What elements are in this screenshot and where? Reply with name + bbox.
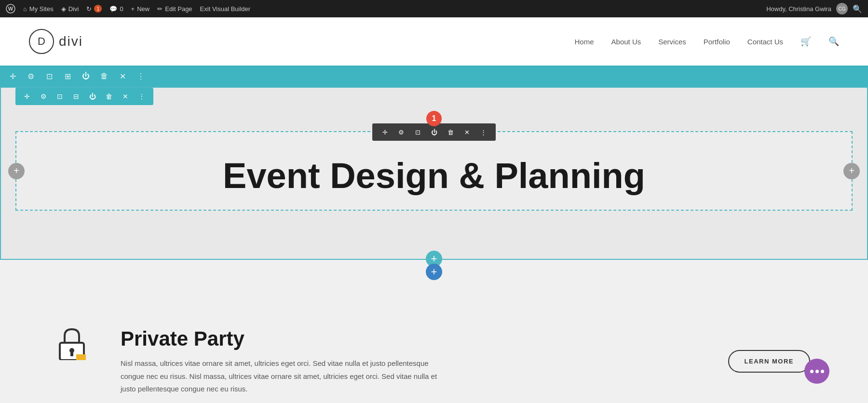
svg-rect-5 xyxy=(76,354,86,360)
row-toolbar: ✛ ⚙ ⊡ ⊟ ⏻ 🗑 ✕ ⋮ xyxy=(15,88,153,105)
logo-text: divi xyxy=(59,34,83,49)
module-close-btn[interactable]: ✕ xyxy=(460,125,474,139)
comments-link[interactable]: 💬 0 xyxy=(109,5,123,13)
private-party-icon xyxy=(58,327,101,371)
my-sites-icon: ⌂ xyxy=(23,5,27,13)
chat-dot-1 xyxy=(810,370,814,373)
comments-icon: 💬 xyxy=(109,5,117,13)
logo-circle: D xyxy=(29,29,54,54)
vb-power-btn[interactable]: ⏻ xyxy=(79,69,93,83)
main-content: ✛ ⚙ ⊡ ⊟ ⏻ 🗑 ✕ ⋮ 1 ✛ ⚙ ⊡ ⏻ 🗑 ✕ ⋮ xyxy=(0,87,868,403)
row-more-btn[interactable]: ⋮ xyxy=(135,90,149,103)
nav-services[interactable]: Services xyxy=(658,38,686,46)
section-number: 1 xyxy=(432,114,436,123)
service-item-private-party: Private Party Nisl massa, ultrices vitae… xyxy=(58,313,810,403)
new-content-button[interactable]: + New xyxy=(131,5,150,13)
chat-dot-2 xyxy=(815,370,819,373)
section-number-badge: 1 xyxy=(426,111,442,126)
logo-letter: D xyxy=(38,35,45,48)
svg-rect-4 xyxy=(70,351,73,356)
chat-dot-3 xyxy=(821,370,824,373)
updates-icon: ↻ xyxy=(86,5,92,13)
search-icon[interactable]: 🔍 xyxy=(853,4,862,13)
comments-count: 0 xyxy=(120,5,123,13)
vb-close-btn[interactable]: ✕ xyxy=(116,69,129,83)
nav-contact[interactable]: Contact Us xyxy=(747,38,783,46)
svg-text:W: W xyxy=(8,6,14,12)
vb-section-bar: ✛ ⚙ ⊡ ⊞ ⏻ 🗑 ✕ ⋮ xyxy=(0,66,868,87)
wp-logo[interactable]: W xyxy=(6,4,15,13)
exit-vb-button[interactable]: Exit Visual Builder xyxy=(200,5,251,13)
cart-icon[interactable]: 🛒 xyxy=(800,36,811,47)
vb-columns-btn[interactable]: ⊞ xyxy=(61,69,74,83)
row-power-btn[interactable]: ⏻ xyxy=(86,90,99,103)
edit-page-label: Edit Page xyxy=(165,5,192,13)
site-nav: Home About Us Services Portfolio Contact… xyxy=(575,36,839,47)
site-name: Divi xyxy=(68,5,79,13)
admin-bar-right: Howdy, Christina Gwira CG 🔍 xyxy=(766,3,862,14)
services-section: Private Party Nisl massa, ultrices vitae… xyxy=(0,284,868,403)
add-col-right-btn[interactable]: + xyxy=(843,163,860,179)
module-power-btn[interactable]: ⏻ xyxy=(427,125,441,139)
user-greeting: Howdy, Christina Gwira xyxy=(766,5,831,13)
service-title-private-party: Private Party xyxy=(121,327,709,350)
module-settings-btn[interactable]: ⚙ xyxy=(394,125,408,139)
user-avatar[interactable]: CG xyxy=(836,3,848,14)
module-add-btn[interactable]: ✛ xyxy=(378,125,392,139)
row-settings-btn[interactable]: ⚙ xyxy=(37,90,50,103)
nav-search-icon[interactable]: 🔍 xyxy=(828,36,839,47)
my-sites-menu[interactable]: ⌂ My Sites xyxy=(23,5,54,13)
vb-more-btn[interactable]: ⋮ xyxy=(134,69,148,83)
add-col-left-btn[interactable]: + xyxy=(8,163,25,179)
row-trash-btn[interactable]: 🗑 xyxy=(102,90,116,103)
my-sites-label: My Sites xyxy=(29,5,54,13)
pencil-icon: ✏ xyxy=(157,5,163,13)
site-name-link[interactable]: ◈ Divi xyxy=(61,5,79,13)
service-desc-private-party: Nisl massa, ultrices vitae ornare sit am… xyxy=(121,357,448,395)
row-columns-btn[interactable]: ⊟ xyxy=(69,90,83,103)
module-layout-btn[interactable]: ⊡ xyxy=(411,125,424,139)
hero-module-container: 1 ✛ ⚙ ⊡ ⏻ 🗑 ✕ ⋮ + + Event Design & Plann… xyxy=(15,131,853,211)
add-section-btn[interactable]: + xyxy=(426,264,442,280)
plus-icon: + xyxy=(131,5,135,13)
vb-layout-btn[interactable]: ⊡ xyxy=(42,69,56,83)
row-add-btn[interactable]: ✛ xyxy=(20,90,34,103)
updates-count: 1 xyxy=(94,5,102,13)
lock-icon xyxy=(58,327,86,360)
new-label: New xyxy=(137,5,149,13)
divi-icon: ◈ xyxy=(61,5,66,13)
updates-link[interactable]: ↻ 1 xyxy=(86,5,102,13)
module-trash-btn[interactable]: 🗑 xyxy=(444,125,457,139)
module-more-btn[interactable]: ⋮ xyxy=(476,125,490,139)
private-party-content: Private Party Nisl massa, ultrices vitae… xyxy=(121,327,709,395)
row-layout-btn[interactable]: ⊡ xyxy=(53,90,67,103)
hero-section: ✛ ⚙ ⊡ ⊟ ⏻ 🗑 ✕ ⋮ 1 ✛ ⚙ ⊡ ⏻ 🗑 ✕ ⋮ xyxy=(0,87,868,260)
edit-page-button[interactable]: ✏ Edit Page xyxy=(157,5,192,13)
learn-more-btn-private-party[interactable]: LEARN MORE xyxy=(728,350,810,373)
site-header: D divi Home About Us Services Portfolio … xyxy=(0,17,868,66)
vb-settings-btn[interactable]: ⚙ xyxy=(24,69,38,83)
nav-portfolio[interactable]: Portfolio xyxy=(704,38,730,46)
admin-bar: W ⌂ My Sites ◈ Divi ↻ 1 💬 0 + New ✏ Edit… xyxy=(0,0,868,17)
exit-vb-label: Exit Visual Builder xyxy=(200,5,251,13)
nav-home[interactable]: Home xyxy=(575,38,594,46)
chat-bubble[interactable] xyxy=(804,359,829,384)
hero-title: Event Design & Planning xyxy=(26,156,842,195)
vb-add-btn[interactable]: ✛ xyxy=(6,69,19,83)
vb-trash-btn[interactable]: 🗑 xyxy=(97,69,111,83)
site-logo[interactable]: D divi xyxy=(29,29,83,54)
row-close-btn[interactable]: ✕ xyxy=(119,90,132,103)
chat-bubble-dots xyxy=(810,370,824,373)
nav-about[interactable]: About Us xyxy=(611,38,641,46)
